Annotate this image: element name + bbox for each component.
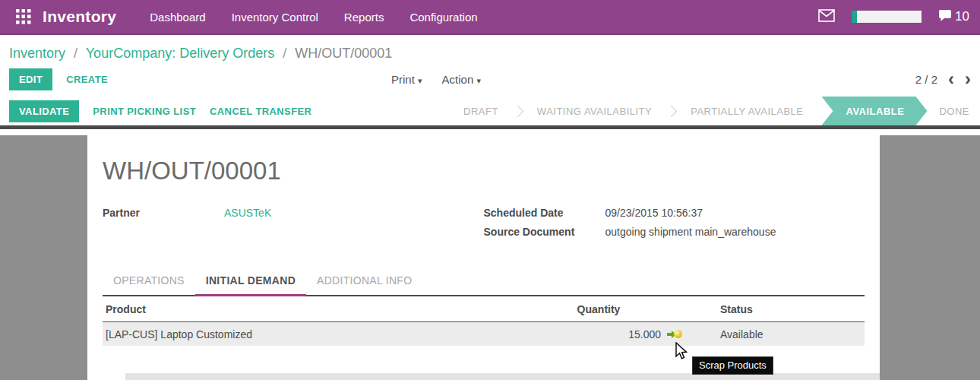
breadcrumb-separator: /	[283, 46, 286, 61]
cell-status: Available	[720, 328, 865, 340]
pager-value: 2 / 2	[915, 73, 937, 86]
mouse-pointer-icon	[675, 342, 691, 363]
control-panel: EDIT CREATE Print ▾ Action ▾ 2 / 2 ‹ ›	[0, 65, 980, 97]
status-actions: VALIDATE PRINT PICKING LIST CANCEL TRANS…	[9, 100, 311, 122]
form-sheet: WH/OUT/00001 Partner ASUSTeK Scheduled D…	[87, 135, 880, 380]
tab-additional-info[interactable]: ADDITIONAL INFO	[306, 274, 422, 295]
breadcrumb-current: WH/OUT/00001	[295, 46, 392, 61]
notebook-tabs: OPERATIONS INITIAL DEMAND ADDITIONAL INF…	[103, 274, 865, 296]
content-canvas: WH/OUT/00001 Partner ASUSTeK Scheduled D…	[0, 135, 980, 380]
chevron-down-icon: ▾	[476, 76, 481, 85]
partner-field: Partner ASUSTeK	[103, 207, 484, 219]
planner-progress-bar[interactable]	[852, 11, 922, 23]
nav-configuration[interactable]: Configuration	[409, 11, 477, 24]
table-row[interactable]: [LAP-CUS] Laptop Customized 15.000 Avail…	[103, 322, 865, 346]
pager: 2 / 2 ‹ ›	[915, 73, 971, 86]
document-title: WH/OUT/00001	[103, 157, 865, 185]
top-bar: Inventory Dashboard Inventory Control Re…	[0, 0, 980, 35]
nav-inventory-control[interactable]: Inventory Control	[232, 11, 318, 24]
message-count: 10	[955, 9, 969, 24]
source-document-label: Source Document	[484, 226, 605, 238]
print-dropdown[interactable]: Print ▾	[391, 73, 422, 86]
pager-next-icon[interactable]: ›	[965, 74, 971, 84]
chevron-right-icon	[512, 105, 524, 117]
topbar-right: 10	[818, 9, 969, 25]
column-product: Product	[106, 303, 477, 315]
breadcrumb: Inventory / YourCompany: Delivery Orders…	[0, 35, 980, 65]
state-draft[interactable]: DRAFT	[450, 106, 512, 117]
quantity-value: 15.000	[628, 328, 661, 340]
planner-progress-fill	[852, 11, 857, 23]
cancel-transfer-button[interactable]: CANCEL TRANSFER	[210, 106, 311, 117]
cp-dropdowns: Print ▾ Action ▾	[391, 73, 481, 86]
initial-demand-table: Product Quantity Status [LAP-CUS] Laptop…	[103, 296, 865, 346]
scrap-products-tooltip: Scrap Products	[692, 356, 773, 375]
top-nav: Dashboard Inventory Control Reports Conf…	[150, 11, 477, 24]
pager-previous-icon[interactable]: ‹	[948, 74, 954, 84]
status-bar: VALIDATE PRINT PICKING LIST CANCEL TRANS…	[0, 97, 980, 129]
field-group: Partner ASUSTeK Scheduled Date 09/23/201…	[103, 207, 865, 238]
envelope-icon[interactable]	[818, 9, 835, 25]
cell-quantity: 15.000	[477, 328, 720, 340]
scheduled-date-field: Scheduled Date 09/23/2015 10:56:37	[484, 207, 865, 219]
scheduled-date-value: 09/23/2015 10:56:37	[605, 207, 703, 219]
chevron-right-icon	[665, 105, 678, 117]
state-partially-available[interactable]: PARTIALLY AVAILABLE	[677, 106, 817, 117]
state-available-active[interactable]: AVAILABLE	[821, 97, 927, 125]
fields-left: Partner ASUSTeK	[103, 207, 484, 238]
apps-grid-icon[interactable]	[11, 4, 36, 30]
scrap-products-icon[interactable]	[667, 329, 682, 339]
state-done[interactable]: DONE	[927, 106, 980, 117]
source-document-value: outgoing shipment main_warehouse	[605, 226, 776, 238]
chevron-down-icon: ▾	[418, 76, 422, 85]
edit-button[interactable]: EDIT	[9, 68, 52, 90]
action-dropdown[interactable]: Action ▾	[442, 73, 481, 86]
partner-value-link[interactable]: ASUSTeK	[224, 207, 271, 219]
messages-counter[interactable]: 10	[938, 9, 969, 25]
nav-dashboard[interactable]: Dashboard	[150, 11, 205, 24]
create-button[interactable]: CREATE	[66, 74, 108, 85]
tab-operations[interactable]: OPERATIONS	[103, 274, 195, 295]
page: Inventory Dashboard Inventory Control Re…	[0, 0, 980, 380]
column-quantity: Quantity	[477, 303, 720, 315]
breadcrumb-separator: /	[74, 46, 77, 61]
breadcrumb-delivery-orders[interactable]: YourCompany: Delivery Orders	[86, 46, 274, 61]
fields-right: Scheduled Date 09/23/2015 10:56:37 Sourc…	[484, 207, 865, 238]
column-status: Status	[720, 303, 865, 315]
status-pipeline: DRAFT WAITING AVAILABILITY PARTIALLY AVA…	[450, 97, 980, 125]
state-waiting-availability[interactable]: WAITING AVAILABILITY	[523, 106, 665, 117]
nav-reports[interactable]: Reports	[344, 11, 384, 24]
table-header-row: Product Quantity Status	[103, 296, 865, 322]
source-document-field: Source Document outgoing shipment main_w…	[484, 226, 865, 238]
validate-button[interactable]: VALIDATE	[9, 100, 79, 122]
app-title: Inventory	[43, 8, 116, 26]
partner-label: Partner	[103, 207, 224, 219]
breadcrumb-inventory[interactable]: Inventory	[9, 46, 65, 61]
cell-product: [LAP-CUS] Laptop Customized	[106, 328, 477, 340]
chat-bubble-icon	[938, 9, 952, 25]
tab-initial-demand[interactable]: INITIAL DEMAND	[195, 274, 306, 296]
print-picking-list-button[interactable]: PRINT PICKING LIST	[93, 106, 196, 117]
scheduled-date-label: Scheduled Date	[484, 207, 605, 219]
